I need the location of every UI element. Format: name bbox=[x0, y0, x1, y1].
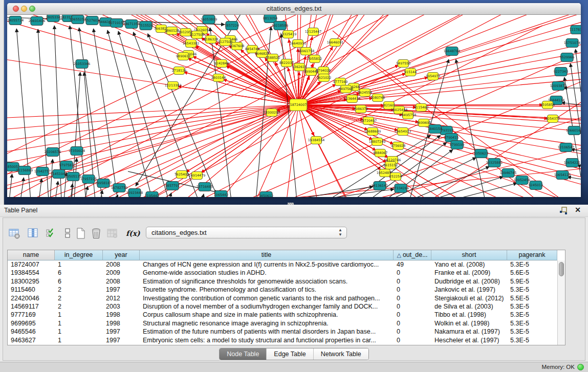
close-panel-icon[interactable]: ✕ bbox=[575, 206, 581, 214]
table-row[interactable]: 946554611997Estimation of the future num… bbox=[8, 327, 565, 336]
column-header-title[interactable]: title bbox=[140, 250, 394, 260]
network-node[interactable]: 1954973 bbox=[426, 73, 440, 80]
network-node[interactable]: 19958187 bbox=[95, 179, 112, 188]
network-node[interactable]: 17957225 bbox=[80, 175, 97, 184]
table-row[interactable]: 977716911998Corpus callosum shape and si… bbox=[8, 311, 565, 319]
network-node[interactable]: 12106547 bbox=[558, 143, 575, 152]
new-column-icon[interactable] bbox=[75, 227, 87, 239]
network-node[interactable]: 1588520 bbox=[266, 54, 280, 62]
table-row[interactable]: 1938455462009Genome-wide association stu… bbox=[8, 269, 565, 277]
network-node[interactable]: 24055724 bbox=[7, 16, 24, 25]
network-node[interactable]: 19384554 bbox=[308, 137, 325, 144]
scrollbar-thumb[interactable] bbox=[559, 262, 564, 276]
network-node[interactable]: 2803144 bbox=[211, 74, 226, 82]
network-node[interactable]: 20206576 bbox=[45, 148, 61, 157]
column-header-name[interactable]: name bbox=[8, 250, 55, 260]
network-node[interactable]: 6794028 bbox=[316, 67, 331, 75]
network-node[interactable]: 9227343 bbox=[554, 68, 568, 76]
network-node[interactable]: 15716485 bbox=[197, 183, 213, 191]
function-builder-icon[interactable]: f(x) bbox=[126, 229, 138, 242]
column-header-out_degree[interactable]: △out_de... bbox=[394, 250, 431, 260]
network-node[interactable]: 18724007 bbox=[290, 99, 307, 111]
network-node[interactable]: 8186328 bbox=[204, 36, 218, 43]
network-node[interactable]: 9350623 bbox=[474, 149, 488, 158]
network-node[interactable]: 1080748 bbox=[371, 94, 385, 102]
network-node[interactable]: 9699695 bbox=[417, 119, 431, 127]
network-node[interactable]: 1840154 bbox=[428, 125, 442, 134]
network-node[interactable]: 12093872 bbox=[550, 82, 567, 91]
delete-column-icon[interactable] bbox=[90, 227, 102, 239]
network-node[interactable]: 1527602 bbox=[85, 16, 99, 25]
network-node[interactable]: 10655257 bbox=[70, 15, 86, 24]
network-node[interactable]: 1054377 bbox=[546, 115, 560, 123]
network-node[interactable]: 16782759 bbox=[111, 184, 128, 192]
column-header-year[interactable]: year bbox=[103, 250, 140, 260]
network-node[interactable]: 14671358 bbox=[123, 20, 140, 29]
network-node[interactable]: 10946745 bbox=[500, 169, 517, 178]
network-node[interactable]: 16053809 bbox=[201, 15, 217, 24]
table-row[interactable]: 1830029562008Estimation of significance … bbox=[8, 277, 565, 286]
table-scrollbar[interactable] bbox=[557, 260, 565, 345]
network-node[interactable]: 7515526 bbox=[139, 21, 153, 30]
network-node[interactable]: 7857224 bbox=[225, 21, 239, 30]
network-node[interactable]: 9127505 bbox=[190, 31, 204, 39]
table-source-dropdown[interactable]: citations_edges.txt ▲▼ bbox=[146, 227, 347, 238]
network-node[interactable]: 7625402 bbox=[175, 171, 189, 179]
float-panel-icon[interactable] bbox=[559, 207, 568, 214]
network-node[interactable]: 10719155 bbox=[108, 19, 125, 28]
network-node[interactable]: 9242844 bbox=[214, 60, 229, 68]
network-node[interactable]: 1497550 bbox=[396, 60, 410, 68]
network-node[interactable]: 9884067 bbox=[373, 149, 387, 157]
network-node[interactable]: 17334266 bbox=[393, 184, 409, 193]
table-row[interactable]: 1456911722003Disruption of a novel membe… bbox=[8, 302, 565, 311]
network-node[interactable]: 11156869 bbox=[16, 166, 33, 175]
network-node[interactable]: 16543382 bbox=[183, 40, 200, 48]
table-mode-icon[interactable] bbox=[8, 227, 20, 239]
network-node[interactable]: 1621022 bbox=[317, 74, 331, 82]
column-header-short[interactable]: short bbox=[431, 250, 507, 260]
import-table-icon[interactable] bbox=[106, 227, 119, 239]
network-node[interactable]: 9797587 bbox=[59, 161, 74, 170]
network-node[interactable]: 915144 bbox=[404, 69, 417, 76]
column-header-in_degree[interactable]: in_degree bbox=[55, 250, 103, 260]
network-node[interactable]: 10952456 bbox=[514, 176, 531, 185]
network-node[interactable]: 19218586 bbox=[272, 21, 289, 30]
network-node[interactable]: 6497568 bbox=[339, 85, 353, 93]
network-node[interactable]: 1615152 bbox=[383, 162, 398, 169]
table-row[interactable]: 1872400712008Changes of HCN gene express… bbox=[8, 260, 565, 269]
network-canvas[interactable]: 24055724 20691406 2805334 18231174 10655… bbox=[7, 15, 581, 197]
network-node[interactable]: 2718126 bbox=[172, 67, 186, 75]
network-node[interactable]: 10654125 bbox=[554, 171, 571, 180]
network-window-titlebar[interactable]: citations_edges.txt bbox=[7, 3, 581, 15]
network-node[interactable]: 16648784 bbox=[444, 47, 461, 56]
network-node[interactable]: 16961758 bbox=[298, 48, 315, 55]
network-node[interactable]: 9529966 bbox=[560, 53, 574, 62]
network-node[interactable]: 9245012 bbox=[529, 181, 543, 190]
table-row[interactable]: 2242004622012Investigating the contribut… bbox=[8, 294, 565, 302]
network-node[interactable]: 9890612 bbox=[176, 53, 190, 60]
tab-network-table[interactable]: Network Table bbox=[313, 348, 368, 360]
tab-node-table[interactable]: Node Table bbox=[220, 348, 266, 360]
column-header-pagerank[interactable]: pagerank bbox=[507, 250, 557, 260]
network-node[interactable]: 15751074 bbox=[564, 39, 581, 48]
network-node[interactable]: 1117834 bbox=[570, 26, 581, 34]
network-node[interactable]: 10325881 bbox=[486, 159, 503, 167]
network-node[interactable]: 10660164 bbox=[566, 126, 581, 135]
network-node[interactable]: 1595854 bbox=[540, 101, 555, 109]
network-node[interactable]: 1065442 bbox=[214, 191, 228, 198]
network-node[interactable]: 1195442 bbox=[145, 192, 159, 198]
network-node[interactable]: 21053346 bbox=[74, 60, 91, 69]
tab-edge-table[interactable]: Edge Table bbox=[266, 348, 313, 360]
network-node[interactable]: 13505135 bbox=[65, 172, 82, 181]
network-node[interactable]: 9777169 bbox=[333, 78, 347, 86]
network-node[interactable]: 10688609 bbox=[364, 128, 381, 136]
network-node[interactable]: 9857791 bbox=[165, 182, 180, 190]
network-node[interactable]: 2367608 bbox=[230, 42, 244, 50]
paired-rows-icon[interactable] bbox=[61, 227, 74, 239]
table-row[interactable]: 911546021997Tourette syndrome. Phenomeno… bbox=[8, 286, 565, 294]
network-node[interactable]: 12942757 bbox=[34, 167, 51, 176]
network-node[interactable]: 16640910 bbox=[290, 40, 307, 48]
network-node[interactable]: 9860128 bbox=[165, 27, 179, 35]
network-node[interactable]: 8799199 bbox=[450, 141, 464, 149]
network-node[interactable]: 9450612 bbox=[259, 192, 273, 198]
